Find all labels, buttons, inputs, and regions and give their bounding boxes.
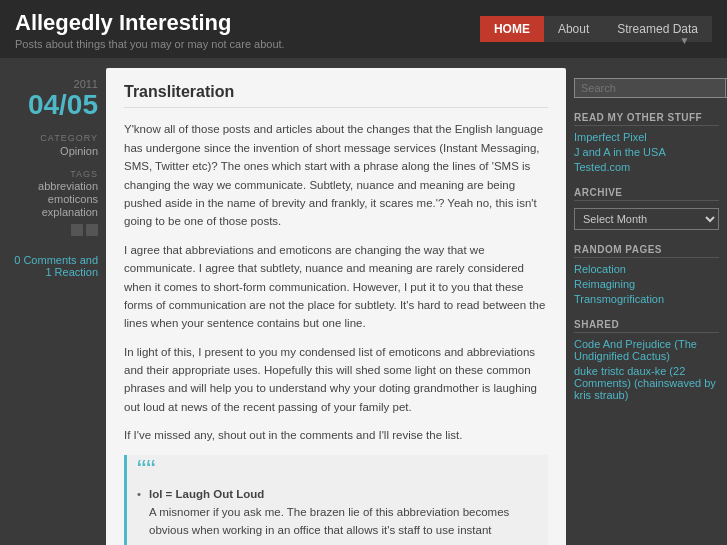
category-value: Opinion [8,145,98,157]
shared-section: SHARED Code And Prejudice (The Undignifi… [574,319,719,401]
nav-arrow: ▼ [657,35,712,46]
tags-label: TAGS [8,169,98,179]
list-item-0: lol = Laugh Out Loud A misnomer if you a… [137,485,538,545]
para-1: I agree that abbreviations and emoticons… [124,241,548,333]
list-desc-0: A misnomer if you ask me. The brazen lie… [149,506,520,545]
archive-section: ARCHIVE Select Month [574,187,719,230]
nav-bar: HOME About Streamed Data ▼ [480,16,712,42]
quote-mark: ““ [137,463,538,477]
link-relocation[interactable]: Relocation [574,263,719,275]
random-pages-title: RANDOM PAGES [574,244,719,258]
post-content: Transliteration Y'know all of those post… [106,68,566,545]
para-2: In light of this, I present to you my co… [124,343,548,417]
link-j-and-a[interactable]: J and A in the USA [574,146,719,158]
quote-block: ““ lol = Laugh Out Loud A misnomer if yo… [124,455,548,545]
other-stuff-section: READ MY OTHER STUFF Imperfect Pixel J an… [574,112,719,173]
link-tested[interactable]: Tested.com [574,161,719,173]
nav-item-about[interactable]: About [544,16,603,42]
header: Allegedly Interesting Posts about things… [0,0,727,58]
tag-0[interactable]: abbreviation [8,180,98,192]
date-large: 04/05 [8,90,98,121]
tag-1[interactable]: emoticons [8,193,98,205]
link-shared-1[interactable]: duke tristc daux-ke (22 Comments) (chain… [574,365,719,401]
header-branding: Allegedly Interesting Posts about things… [15,10,285,50]
category-label: CATEGORY [8,133,98,143]
post-body: Y'know all of those posts and articles a… [124,120,548,545]
archive-select[interactable]: Select Month [574,208,719,230]
main-wrapper: 2011 04/05 CATEGORY Opinion TAGS abbrevi… [0,58,727,545]
link-reimagining[interactable]: Reimagining [574,278,719,290]
search-input[interactable] [574,78,726,98]
site-subtitle: Posts about things that you may or may n… [15,38,285,50]
small-icons [8,224,98,236]
random-pages-section: RANDOM PAGES Relocation Reimagining Tran… [574,244,719,305]
list-term-0: lol = Laugh Out Loud [149,488,264,500]
para-3: If I've missed any, shout out in the com… [124,426,548,444]
icon-square-2 [86,224,98,236]
site-title: Allegedly Interesting [15,10,285,36]
left-sidebar: 2011 04/05 CATEGORY Opinion TAGS abbrevi… [8,68,98,545]
para-0: Y'know all of those posts and articles a… [124,120,548,230]
post-title: Transliteration [124,83,548,108]
link-shared-0[interactable]: Code And Prejudice (The Undignified Cact… [574,338,719,362]
abbreviation-list: lol = Laugh Out Loud A misnomer if you a… [137,485,538,545]
nav-item-home[interactable]: HOME [480,16,544,42]
right-sidebar: 🔍 READ MY OTHER STUFF Imperfect Pixel J … [574,68,719,545]
tag-2[interactable]: explanation [8,206,98,218]
link-transmogrification[interactable]: Transmogrification [574,293,719,305]
comments-link[interactable]: 0 Comments and 1 Reaction [8,254,98,278]
icon-square-1 [71,224,83,236]
link-imperfect-pixel[interactable]: Imperfect Pixel [574,131,719,143]
archive-title: ARCHIVE [574,187,719,201]
search-box: 🔍 [574,78,719,98]
shared-title: SHARED [574,319,719,333]
other-stuff-title: READ MY OTHER STUFF [574,112,719,126]
